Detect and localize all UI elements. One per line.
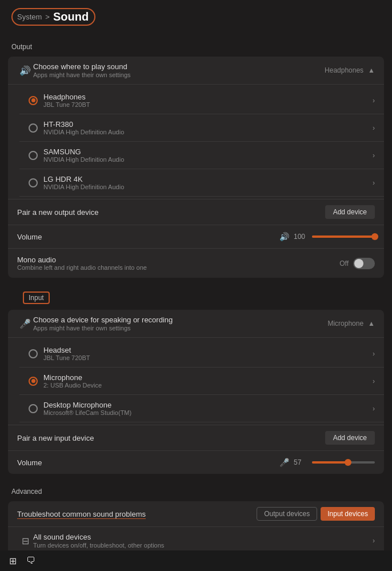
choose-output-row[interactable]: 🔊 Choose where to play sound Apps might … bbox=[8, 57, 384, 85]
input-device-headset[interactable]: Headset JBL Tune 720BT › bbox=[19, 340, 384, 368]
input-volume-value: 57 bbox=[294, 458, 307, 466]
device-name-headphones: Headphones bbox=[43, 93, 373, 101]
add-output-device-button[interactable]: Add device bbox=[325, 205, 375, 219]
taskbar: ⊞ 🗨 bbox=[0, 550, 392, 571]
radio-headphones-inner bbox=[31, 98, 35, 102]
radio-microphone-inner bbox=[31, 379, 35, 383]
device-name-desktop-mic: Desktop Microphone bbox=[43, 401, 373, 409]
device-sub-microphone: 2: USB Audio Device bbox=[43, 382, 373, 389]
radio-samsung[interactable] bbox=[29, 151, 38, 160]
breadcrumb-current: Sound bbox=[53, 10, 89, 23]
device-sub-samsung: NVIDIA High Definition Audio bbox=[43, 156, 373, 163]
input-section-label-row: Input bbox=[0, 285, 392, 308]
device-name-samsung: SAMSUNG bbox=[43, 147, 373, 156]
mono-audio-knob bbox=[354, 259, 363, 268]
choose-output-sub: Apps might have their own settings bbox=[33, 71, 325, 78]
collapse-icon: ▲ bbox=[368, 66, 375, 74]
mono-audio-row: Mono audio Combine left and right audio … bbox=[8, 248, 384, 278]
output-volume-icon: 🔊 bbox=[279, 232, 289, 241]
choose-input-sub: Apps might have their own settings bbox=[33, 325, 327, 332]
chevron-headset: › bbox=[373, 350, 375, 358]
device-sub-htr380: NVIDIA High Definition Audio bbox=[43, 129, 373, 135]
choose-input-title: Choose a device for speaking or recordin… bbox=[33, 316, 327, 324]
breadcrumb[interactable]: System > Sound bbox=[11, 8, 95, 26]
taskbar-chat-icon[interactable]: 🗨 bbox=[23, 553, 39, 569]
input-slider-fill bbox=[312, 461, 348, 464]
input-slider-thumb[interactable] bbox=[345, 459, 351, 466]
mono-audio-toggle[interactable] bbox=[353, 258, 375, 269]
radio-headphones[interactable] bbox=[29, 96, 38, 105]
device-sub-headphones: JBL Tune 720BT bbox=[43, 101, 373, 108]
device-sub-headset: JBL Tune 720BT bbox=[43, 354, 373, 361]
all-devices-sub: Turn devices on/off, troubleshoot, other… bbox=[33, 542, 373, 549]
output-section-label: Output bbox=[0, 36, 392, 54]
device-name-lg: LG HDR 4K bbox=[43, 175, 373, 183]
troubleshoot-outputs-button[interactable]: Output devices bbox=[257, 507, 317, 521]
device-sub-lg: NVIDIA High Definition Audio bbox=[43, 183, 373, 190]
mic-icon: 🎤 bbox=[17, 318, 33, 329]
mono-audio-sub: Combine left and right audio channels in… bbox=[17, 264, 339, 271]
pair-output-label: Pair a new output device bbox=[17, 208, 98, 217]
input-device-desktop-mic[interactable]: Desktop Microphone Microsoft® LifeCam St… bbox=[19, 395, 384, 422]
current-input-label: Microphone bbox=[327, 320, 363, 328]
radio-lg[interactable] bbox=[29, 178, 38, 187]
output-device-lg[interactable]: LG HDR 4K NVIDIA High Definition Audio › bbox=[19, 169, 384, 197]
output-volume-row: Volume 🔊 100 bbox=[8, 225, 384, 248]
all-devices-title: All sound devices bbox=[33, 533, 373, 541]
troubleshoot-row: Troubleshoot common sound problems Outpu… bbox=[8, 501, 384, 526]
mono-audio-title: Mono audio bbox=[17, 255, 339, 264]
output-volume-label: Volume bbox=[17, 233, 51, 241]
speaker-icon: 🔊 bbox=[17, 65, 33, 76]
pair-output-row: Pair a new output device Add device bbox=[8, 199, 384, 225]
choose-output-title: Choose where to play sound bbox=[33, 62, 325, 71]
input-section-label: Input bbox=[23, 292, 50, 304]
current-output-label: Headphones bbox=[325, 66, 363, 74]
output-device-samsung[interactable]: SAMSUNG NVIDIA High Definition Audio › bbox=[19, 142, 384, 169]
radio-microphone[interactable] bbox=[29, 377, 38, 386]
output-volume-slider[interactable] bbox=[312, 235, 375, 238]
device-sub-desktop-mic: Microsoft® LifeCam Studio(TM) bbox=[43, 409, 373, 416]
chevron-desktop-mic: › bbox=[373, 405, 375, 413]
input-device-microphone[interactable]: Microphone 2: USB Audio Device › bbox=[19, 368, 384, 395]
input-volume-slider[interactable] bbox=[312, 461, 375, 464]
device-name-microphone: Microphone bbox=[43, 373, 373, 382]
breadcrumb-separator: > bbox=[45, 13, 50, 21]
breadcrumb-system[interactable]: System bbox=[17, 13, 42, 21]
input-volume-label: Volume bbox=[17, 458, 51, 467]
all-devices-icon: ⊟ bbox=[17, 536, 33, 546]
troubleshoot-label[interactable]: Troubleshoot common sound problems bbox=[17, 510, 146, 518]
output-slider-fill bbox=[312, 235, 375, 238]
mono-audio-state: Off bbox=[339, 259, 349, 267]
add-input-device-button[interactable]: Add device bbox=[325, 431, 375, 445]
output-card: 🔊 Choose where to play sound Apps might … bbox=[8, 57, 384, 278]
radio-desktop-mic[interactable] bbox=[29, 404, 38, 413]
pair-input-row: Pair a new input device Add device bbox=[8, 425, 384, 450]
device-name-headset: Headset bbox=[43, 346, 373, 354]
chevron-samsung: › bbox=[373, 151, 375, 159]
choose-input-row[interactable]: 🎤 Choose a device for speaking or record… bbox=[8, 310, 384, 338]
chevron-microphone: › bbox=[373, 377, 375, 385]
input-devices-list: Headset JBL Tune 720BT › Microphone 2: U… bbox=[8, 338, 384, 425]
chevron-all-devices: › bbox=[373, 537, 375, 545]
troubleshoot-inputs-button[interactable]: Input devices bbox=[321, 507, 375, 521]
advanced-section-label: Advanced bbox=[0, 481, 392, 499]
chevron-lg: › bbox=[373, 179, 375, 187]
input-volume-row: Volume 🎤 57 bbox=[8, 450, 384, 474]
chevron-htr380: › bbox=[373, 124, 375, 132]
output-device-headphones[interactable]: Headphones JBL Tune 720BT › bbox=[19, 87, 384, 114]
start-button[interactable]: ⊞ bbox=[5, 553, 21, 569]
output-device-htr380[interactable]: HT-R380 NVIDIA High Definition Audio › bbox=[19, 114, 384, 142]
radio-headset[interactable] bbox=[29, 349, 38, 358]
input-card: 🎤 Choose a device for speaking or record… bbox=[8, 310, 384, 474]
collapse-input-icon: ▲ bbox=[368, 320, 375, 328]
output-devices-list: Headphones JBL Tune 720BT › HT-R380 NVID… bbox=[8, 85, 384, 199]
output-slider-thumb[interactable] bbox=[371, 233, 378, 240]
device-name-htr380: HT-R380 bbox=[43, 120, 373, 129]
output-volume-value: 100 bbox=[294, 233, 307, 241]
chevron-headphones: › bbox=[373, 97, 375, 105]
pair-input-label: Pair a new input device bbox=[17, 434, 94, 442]
radio-htr380[interactable] bbox=[29, 123, 38, 133]
input-volume-icon: 🎤 bbox=[279, 458, 289, 467]
header: System > Sound bbox=[0, 0, 392, 31]
